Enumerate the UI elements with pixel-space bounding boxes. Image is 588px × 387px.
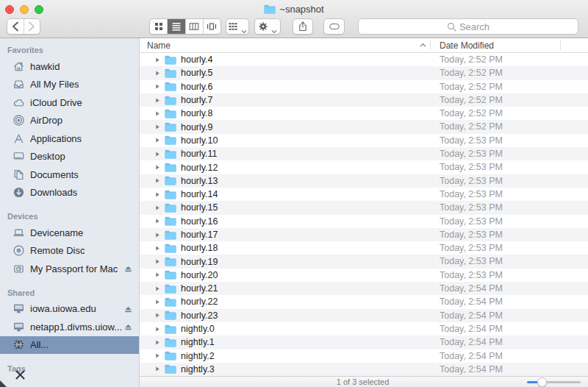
disclosure-triangle-icon[interactable] <box>154 177 165 185</box>
disclosure-triangle-icon[interactable] <box>154 352 165 360</box>
column-header-name[interactable]: Name <box>147 38 171 53</box>
coverflow-view-button[interactable] <box>203 19 220 34</box>
share-button[interactable] <box>293 18 313 35</box>
arrange-button[interactable] <box>226 18 249 35</box>
table-row[interactable]: hourly.8 Today, 2:52 PM <box>140 107 588 120</box>
file-name: hourly.18 <box>181 243 218 253</box>
disclosure-triangle-icon[interactable] <box>154 271 165 279</box>
sidebar-item-desktop[interactable]: Desktop <box>0 148 139 166</box>
sidebar-item-downloads[interactable]: Downloads <box>0 184 139 202</box>
icon-view-button[interactable] <box>150 19 167 34</box>
sidebar-item-all[interactable]: All... <box>0 336 139 355</box>
icon-size-slider[interactable] <box>527 377 581 387</box>
table-row[interactable]: nightly.1 Today, 2:54 PM <box>140 335 588 349</box>
table-row[interactable]: hourly.16 Today, 2:53 PM <box>140 215 588 228</box>
chevron-down-icon <box>271 24 277 29</box>
disclosure-triangle-icon[interactable] <box>154 191 165 198</box>
tags-button[interactable] <box>323 18 345 35</box>
search-input[interactable] <box>359 19 578 34</box>
desktop-icon <box>12 150 25 163</box>
disclosure-triangle-icon[interactable] <box>154 69 165 77</box>
disclosure-triangle-icon[interactable] <box>154 298 165 305</box>
table-row[interactable]: hourly.22 Today, 2:54 PM <box>140 295 588 308</box>
table-row[interactable]: hourly.14 Today, 2:53 PM <box>140 188 588 201</box>
disclosure-triangle-icon[interactable] <box>154 338 165 346</box>
sidebar-item-remote-disc[interactable]: Remote Disc <box>0 242 139 260</box>
sidebar-item-airdrop[interactable]: AirDrop <box>0 112 139 130</box>
sidebar-item-devicename[interactable]: Devicename <box>0 224 139 242</box>
table-row[interactable]: hourly.13 Today, 2:53 PM <box>140 174 588 188</box>
forward-button[interactable] <box>24 19 40 34</box>
disclosure-triangle-icon[interactable] <box>154 164 165 171</box>
laptop-icon <box>12 227 25 239</box>
sidebar-item-netapp1-divms-uiow[interactable]: netapp1.divms.uiow... <box>0 318 139 336</box>
disclosure-triangle-icon[interactable] <box>154 366 165 373</box>
table-row[interactable]: hourly.9 Today, 2:52 PM <box>140 120 588 133</box>
disclosure-triangle-icon[interactable] <box>154 124 165 131</box>
eject-button[interactable] <box>123 264 133 274</box>
folder-icon <box>165 216 176 226</box>
sidebar-item-icloud-drive[interactable]: iCloud Drive <box>0 93 139 112</box>
file-name: hourly.16 <box>181 216 218 227</box>
file-name: nightly.3 <box>181 364 215 374</box>
column-header-date-modified[interactable]: Date Modified <box>440 38 494 53</box>
sidebar-item-hawkid[interactable]: hawkid <box>0 57 139 76</box>
disclosure-triangle-icon[interactable] <box>154 218 165 225</box>
disclosure-triangle-icon[interactable] <box>154 204 165 211</box>
file-name: hourly.14 <box>181 189 218 199</box>
display-icon <box>12 302 25 315</box>
disclosure-triangle-icon[interactable] <box>154 96 165 104</box>
table-row[interactable]: hourly.5 Today, 2:52 PM <box>140 66 588 79</box>
file-name: hourly.8 <box>181 108 213 118</box>
table-row[interactable]: hourly.4 Today, 2:52 PM <box>140 53 588 66</box>
file-date-modified: Today, 2:53 PM <box>440 255 503 268</box>
disclosure-triangle-icon[interactable] <box>154 231 165 238</box>
table-row[interactable]: hourly.20 Today, 2:53 PM <box>140 269 588 282</box>
table-row[interactable]: nightly.3 Today, 2:54 PM <box>140 363 588 376</box>
sidebar-item-all-my-files[interactable]: All My Files <box>0 76 139 94</box>
eject-button[interactable] <box>123 305 133 314</box>
column-view-button[interactable] <box>185 19 203 34</box>
file-date-modified: Today, 2:54 PM <box>440 363 503 376</box>
table-row[interactable]: hourly.12 Today, 2:53 PM <box>140 160 588 174</box>
table-row[interactable]: hourly.21 Today, 2:54 PM <box>140 282 588 295</box>
disclosure-triangle-icon[interactable] <box>154 110 165 117</box>
table-row[interactable]: hourly.11 Today, 2:53 PM <box>140 147 588 160</box>
file-name: hourly.21 <box>181 283 218 294</box>
table-row[interactable]: nightly.2 Today, 2:54 PM <box>140 349 588 363</box>
table-row[interactable]: nightly.0 Today, 2:54 PM <box>140 322 588 335</box>
table-row[interactable]: hourly.15 Today, 2:53 PM <box>140 201 588 214</box>
sidebar-item-documents[interactable]: Documents <box>0 166 139 184</box>
disclosure-triangle-icon[interactable] <box>154 56 165 63</box>
column-view-icon <box>189 21 199 32</box>
eject-button[interactable] <box>123 322 133 332</box>
disclosure-triangle-icon[interactable] <box>154 83 165 90</box>
column-divider[interactable] <box>560 40 561 50</box>
sidebar-item-applications[interactable]: Applications <box>0 129 139 148</box>
table-row[interactable]: hourly.23 Today, 2:54 PM <box>140 309 588 322</box>
table-row[interactable]: hourly.10 Today, 2:53 PM <box>140 134 588 147</box>
action-menu-button[interactable] <box>254 18 281 35</box>
table-row[interactable]: hourly.18 Today, 2:53 PM <box>140 241 588 255</box>
table-row[interactable]: hourly.6 Today, 2:52 PM <box>140 80 588 93</box>
disclosure-triangle-icon[interactable] <box>154 312 165 319</box>
file-name: hourly.4 <box>181 54 213 65</box>
table-row[interactable]: hourly.17 Today, 2:53 PM <box>140 228 588 241</box>
folder-icon <box>165 257 176 266</box>
back-button[interactable] <box>7 19 24 34</box>
sidebar-item-iowa-uiowa-edu[interactable]: iowa.uiowa.edu <box>0 300 139 319</box>
file-date-modified: Today, 2:52 PM <box>440 80 503 93</box>
disclosure-triangle-icon[interactable] <box>154 325 165 333</box>
disclosure-triangle-icon[interactable] <box>154 258 165 266</box>
table-row[interactable]: hourly.7 Today, 2:52 PM <box>140 93 588 107</box>
column-divider[interactable] <box>430 40 431 50</box>
disclosure-triangle-icon[interactable] <box>154 150 165 157</box>
disclosure-triangle-icon[interactable] <box>154 285 165 292</box>
disclosure-triangle-icon[interactable] <box>154 137 165 144</box>
table-row[interactable]: hourly.19 Today, 2:53 PM <box>140 255 588 268</box>
share-icon <box>298 21 308 32</box>
slider-knob[interactable] <box>537 377 547 387</box>
disclosure-triangle-icon[interactable] <box>154 244 165 252</box>
list-view-button[interactable] <box>167 19 184 34</box>
sidebar-item-my-passport-for-mac[interactable]: My Passport for Mac <box>0 260 139 278</box>
